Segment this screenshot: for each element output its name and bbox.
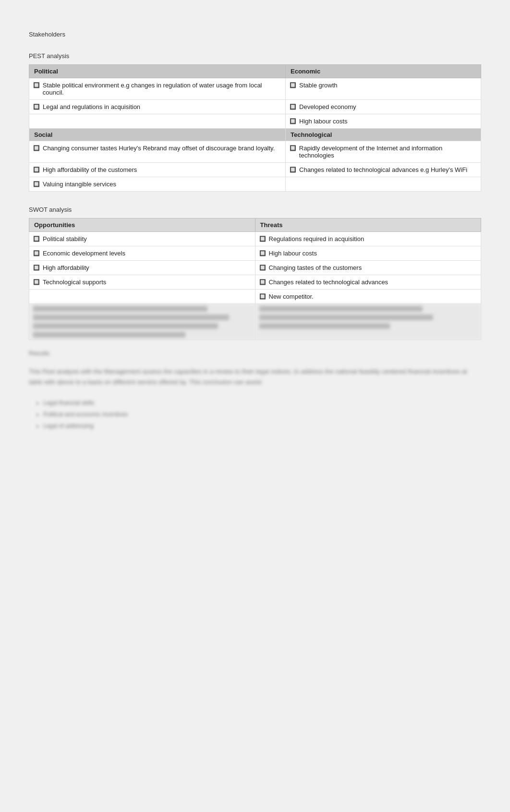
pest-tech-cell-1: 🔲 Rapidly development of the Internet an… xyxy=(286,141,481,163)
swot-table: Opportunities Threats 🔲 Political stabil… xyxy=(29,218,481,340)
swot-threat-cell-1: 🔲 Regulations required in acquisition xyxy=(255,232,481,246)
bullet-icon: 🔲 xyxy=(33,279,40,285)
pest-table: Political Economic 🔲 Stable political en… xyxy=(29,64,481,192)
swot-opp-item-3: High affordability xyxy=(43,264,89,271)
pest-row-6: 🔲 Valuing intangible services xyxy=(29,177,481,192)
blurred-list-item-3: Legal of addressing xyxy=(43,420,481,432)
blurred-list-item-1: Legal financial skills xyxy=(43,397,481,409)
swot-opp-item-4: Technological supports xyxy=(43,279,106,286)
pest-social-header: Social xyxy=(29,129,286,141)
pest-political-item-1: Stable political environment e.g changes… xyxy=(43,82,281,96)
pest-tech-cell-3 xyxy=(286,177,481,192)
pest-economic-item-2: Developed economy xyxy=(299,103,356,110)
pest-economic-item-1: Stable growth xyxy=(299,82,338,89)
pest-political-cell-2: 🔲 Legal and regulations in acquisition xyxy=(29,100,286,114)
blurred-list: Legal financial skills Political and eco… xyxy=(29,397,481,432)
pest-political-item-2: Legal and regulations in acquisition xyxy=(43,103,140,110)
bullet-icon: 🔲 xyxy=(33,145,40,151)
swot-threat-item-3: Changing tastes of the customers xyxy=(269,264,362,271)
pest-row-1: 🔲 Stable political environment e.g chang… xyxy=(29,78,481,100)
pest-row-2: 🔲 Legal and regulations in acquisition 🔲… xyxy=(29,100,481,114)
blurred-paragraph: This Pest analysis with the Management a… xyxy=(29,366,481,388)
bullet-icon: 🔲 xyxy=(290,145,296,151)
pest-social-item-3: Valuing intangible services xyxy=(43,181,116,188)
bullet-icon: 🔲 xyxy=(33,250,40,256)
bullet-icon: 🔲 xyxy=(259,279,266,285)
swot-threat-item-5: New competitor. xyxy=(269,293,314,300)
bullet-icon: 🔲 xyxy=(290,103,296,110)
swot-opp-cell-3: 🔲 High affordability xyxy=(29,261,255,275)
swot-blurred-row-1 xyxy=(29,304,481,340)
pest-economic-cell-2: 🔲 Developed economy xyxy=(286,100,481,114)
swot-threat-cell-3: 🔲 Changing tastes of the customers xyxy=(255,261,481,275)
bullet-icon: 🔲 xyxy=(33,264,40,271)
swot-opportunities-header: Opportunities xyxy=(29,218,255,232)
swot-opp-cell-1: 🔲 Political stability xyxy=(29,232,255,246)
pest-title: PEST analysis xyxy=(29,52,481,60)
swot-threat-cell-5: 🔲 New competitor. xyxy=(255,290,481,304)
pest-economic-cell-1: 🔲 Stable growth xyxy=(286,78,481,100)
stakeholders-label: Stakeholders xyxy=(29,31,481,38)
bullet-icon: 🔲 xyxy=(33,181,40,187)
swot-opp-item-1: Political stability xyxy=(43,235,87,242)
swot-threat-cell-2: 🔲 High labour costs xyxy=(255,246,481,261)
pest-political-cell-1: 🔲 Stable political environment e.g chang… xyxy=(29,78,286,100)
swot-row-2: 🔲 Economic development levels 🔲 High lab… xyxy=(29,246,481,261)
swot-blurred-cell-2 xyxy=(255,304,481,340)
swot-threat-item-2: High labour costs xyxy=(269,250,317,257)
swot-threats-header: Threats xyxy=(255,218,481,232)
swot-opp-item-2: Economic development levels xyxy=(43,250,125,257)
pest-tech-cell-2: 🔲 Changes related to technological advan… xyxy=(286,163,481,177)
swot-row-1: 🔲 Political stability 🔲 Regulations requ… xyxy=(29,232,481,246)
bullet-icon: 🔲 xyxy=(259,293,266,300)
pest-row-3: 🔲 High labour costs xyxy=(29,114,481,129)
bullet-icon: 🔲 xyxy=(259,250,266,256)
pest-social-item-2: High affordability of the customers xyxy=(43,166,137,173)
swot-title: SWOT analysis xyxy=(29,206,481,213)
bullet-icon: 🔲 xyxy=(259,235,266,242)
bullet-icon: 🔲 xyxy=(290,166,296,173)
bullet-icon: 🔲 xyxy=(259,264,266,271)
bullet-icon: 🔲 xyxy=(33,235,40,242)
blurred-section-title: Results xyxy=(29,350,481,357)
blurred-list-item-2: Political and economic incentives xyxy=(43,409,481,420)
bullet-icon: 🔲 xyxy=(290,118,296,124)
pest-economic-header: Economic xyxy=(286,65,481,78)
swot-threat-cell-4: 🔲 Changes related to technological advan… xyxy=(255,275,481,290)
swot-threat-item-1: Regulations required in acquisition xyxy=(269,235,364,242)
pest-social-cell-2: 🔲 High affordability of the customers xyxy=(29,163,286,177)
pest-social-cell-3: 🔲 Valuing intangible services xyxy=(29,177,286,192)
pest-social-item-1: Changing consumer tastes Hurley's Rebran… xyxy=(43,145,275,152)
pest-row-4: 🔲 Changing consumer tastes Hurley's Rebr… xyxy=(29,141,481,163)
pest-political-cell-3 xyxy=(29,114,286,129)
pest-row-5: 🔲 High affordability of the customers 🔲 … xyxy=(29,163,481,177)
swot-row-5: 🔲 New competitor. xyxy=(29,290,481,304)
pest-political-header: Political xyxy=(29,65,286,78)
pest-tech-item-1: Rapidly development of the Internet and … xyxy=(299,145,477,159)
swot-threat-item-4: Changes related to technological advance… xyxy=(269,279,389,286)
bullet-icon: 🔲 xyxy=(33,166,40,173)
swot-row-3: 🔲 High affordability 🔲 Changing tastes o… xyxy=(29,261,481,275)
swot-opp-cell-5 xyxy=(29,290,255,304)
bullet-icon: 🔲 xyxy=(290,82,296,88)
pest-economic-cell-3: 🔲 High labour costs xyxy=(286,114,481,129)
swot-opp-cell-4: 🔲 Technological supports xyxy=(29,275,255,290)
pest-economic-item-3: High labour costs xyxy=(299,118,347,125)
pest-section-row: Social Technological xyxy=(29,129,481,141)
bullet-icon: 🔲 xyxy=(33,82,40,88)
pest-social-cell-1: 🔲 Changing consumer tastes Hurley's Rebr… xyxy=(29,141,286,163)
swot-blurred-cell-1 xyxy=(29,304,255,340)
pest-tech-item-2: Changes related to technological advance… xyxy=(299,166,467,173)
swot-row-4: 🔲 Technological supports 🔲 Changes relat… xyxy=(29,275,481,290)
bullet-icon: 🔲 xyxy=(33,103,40,110)
swot-opp-cell-2: 🔲 Economic development levels xyxy=(29,246,255,261)
pest-technological-header: Technological xyxy=(286,129,481,141)
